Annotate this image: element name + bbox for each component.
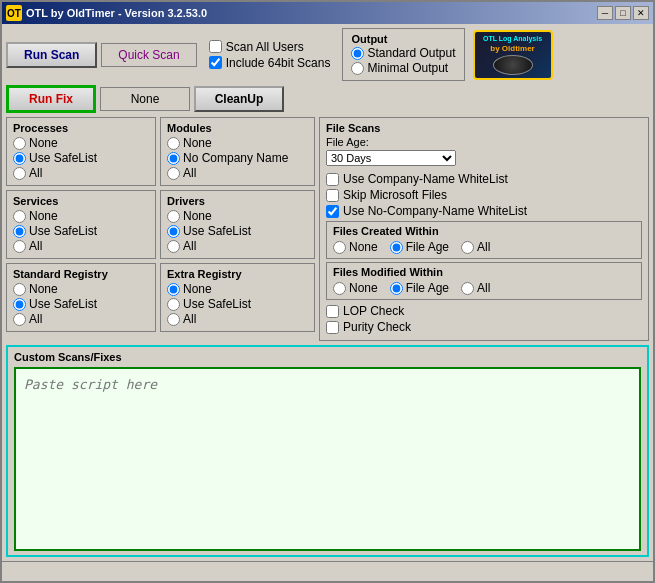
left-panels: Processes None Use SafeList All Services… — [6, 117, 156, 341]
cleanup-button[interactable]: CleanUp — [194, 86, 284, 112]
sreg-all-label: All — [29, 312, 42, 326]
include-64bit-checkbox[interactable] — [209, 56, 222, 69]
main-content: Run Scan Quick Scan Scan All Users Inclu… — [2, 24, 653, 561]
standard-output-label: Standard Output — [367, 46, 455, 60]
include-64bit-row: Include 64bit Scans — [209, 56, 331, 70]
services-none-label: None — [29, 209, 58, 223]
extra-registry-panel: Extra Registry None Use SafeList All — [160, 263, 315, 332]
file-age-select[interactable]: 30 Days — [326, 150, 456, 166]
toolbar-row-1: Run Scan Quick Scan Scan All Users Inclu… — [6, 28, 649, 81]
skip-microsoft-checkbox[interactable] — [326, 189, 339, 202]
main-window: OT OTL by OldTimer - Version 3.2.53.0 ─ … — [0, 0, 655, 583]
services-all-label: All — [29, 239, 42, 253]
processes-panel: Processes None Use SafeList All — [6, 117, 156, 186]
processes-all-label: All — [29, 166, 42, 180]
files-created-title: Files Created Within — [333, 225, 635, 237]
mod-none-label: None — [183, 136, 212, 150]
middle-panels: Modules None No Company Name All Drivers… — [160, 117, 315, 341]
processes-none-label: None — [29, 136, 58, 150]
script-textarea[interactable] — [14, 367, 641, 551]
drv-all-label: All — [183, 239, 196, 253]
processes-safelist-label: Use SafeList — [29, 151, 97, 165]
files-modified-title: Files Modified Within — [333, 266, 635, 278]
file-age-label: File Age: — [326, 136, 642, 148]
files-modified-options: None File Age All — [333, 280, 635, 296]
ereg-safelist-label: Use SafeList — [183, 297, 251, 311]
standard-output-radio[interactable] — [351, 47, 364, 60]
files-created-group: Files Created Within None File Age All — [326, 221, 642, 259]
standard-output-row: Standard Output — [351, 46, 455, 60]
scan-all-users-checkbox[interactable] — [209, 40, 222, 53]
fm-all-label: All — [477, 281, 490, 295]
extra-registry-title: Extra Registry — [167, 268, 308, 280]
purity-check-checkbox[interactable] — [326, 321, 339, 334]
ereg-all-label: All — [183, 312, 196, 326]
title-bar: OT OTL by OldTimer - Version 3.2.53.0 ─ … — [2, 2, 653, 24]
no-company-whitelist-checkbox[interactable] — [326, 205, 339, 218]
maximize-button[interactable]: □ — [615, 6, 631, 20]
output-title: Output — [351, 33, 455, 45]
include-64bit-label: Include 64bit Scans — [226, 56, 331, 70]
fm-fileage-label: File Age — [406, 281, 449, 295]
minimal-output-row: Minimal Output — [351, 61, 455, 75]
sreg-safelist-label: Use SafeList — [29, 297, 97, 311]
otl-logo: OTL Log Analysis by Oldtimer — [473, 30, 553, 80]
custom-scans-title: Custom Scans/Fixes — [14, 351, 641, 363]
fc-fileage-label: File Age — [406, 240, 449, 254]
company-whitelist-label: Use Company-Name WhiteList — [343, 172, 508, 186]
drivers-panel: Drivers None Use SafeList All — [160, 190, 315, 259]
minimal-output-radio[interactable] — [351, 62, 364, 75]
custom-scans-group: Custom Scans/Fixes — [6, 345, 649, 557]
drv-safelist-label: Use SafeList — [183, 224, 251, 238]
scan-all-users-row: Scan All Users — [209, 40, 331, 54]
toolbar-row-2: Run Fix None CleanUp — [6, 85, 649, 113]
modules-panel: Modules None No Company Name All — [160, 117, 315, 186]
scan-options: Scan All Users Include 64bit Scans — [209, 40, 331, 70]
output-group: Output Standard Output Minimal Output — [342, 28, 464, 81]
none-button[interactable]: None — [100, 87, 190, 111]
scan-all-users-label: Scan All Users — [226, 40, 304, 54]
minimize-button[interactable]: ─ — [597, 6, 613, 20]
fm-none-label: None — [349, 281, 378, 295]
run-scan-button[interactable]: Run Scan — [6, 42, 97, 68]
right-panels: File Scans File Age: 30 Days Use Company… — [319, 117, 649, 341]
modules-title: Modules — [167, 122, 308, 134]
lop-check-checkbox[interactable] — [326, 305, 339, 318]
app-icon: OT — [6, 5, 22, 21]
fc-all-label: All — [477, 240, 490, 254]
files-created-options: None File Age All — [333, 239, 635, 255]
lop-check-label: LOP Check — [343, 304, 404, 318]
bottom-bar — [2, 561, 653, 581]
quick-scan-button[interactable]: Quick Scan — [101, 43, 196, 67]
ereg-none-label: None — [183, 282, 212, 296]
no-company-whitelist-label: Use No-Company-Name WhiteList — [343, 204, 527, 218]
files-modified-group: Files Modified Within None File Age All — [326, 262, 642, 300]
sreg-none-label: None — [29, 282, 58, 296]
window-title: OTL by OldTimer - Version 3.2.53.0 — [26, 7, 207, 19]
minimal-output-label: Minimal Output — [367, 61, 448, 75]
panels-row: Processes None Use SafeList All Services… — [6, 117, 649, 341]
file-scans-panel: File Scans File Age: 30 Days Use Company… — [319, 117, 649, 341]
standard-registry-title: Standard Registry — [13, 268, 149, 280]
mod-nocompany-label: No Company Name — [183, 151, 288, 165]
textarea-wrapper — [14, 367, 641, 551]
services-safelist-label: Use SafeList — [29, 224, 97, 238]
standard-registry-panel: Standard Registry None Use SafeList All — [6, 263, 156, 332]
logo-line1: OTL Log Analysis — [483, 35, 542, 42]
run-fix-button[interactable]: Run Fix — [6, 85, 96, 113]
skip-microsoft-label: Skip Microsoft Files — [343, 188, 447, 202]
services-title: Services — [13, 195, 149, 207]
purity-check-label: Purity Check — [343, 320, 411, 334]
drv-none-label: None — [183, 209, 212, 223]
window-controls: ─ □ ✕ — [597, 6, 649, 20]
fc-none-label: None — [349, 240, 378, 254]
mod-all-label: All — [183, 166, 196, 180]
company-whitelist-checkbox[interactable] — [326, 173, 339, 186]
processes-title: Processes — [13, 122, 149, 134]
services-panel: Services None Use SafeList All — [6, 190, 156, 259]
file-scans-title: File Scans — [326, 122, 642, 134]
close-button[interactable]: ✕ — [633, 6, 649, 20]
logo-line2: by Oldtimer — [490, 44, 534, 53]
drivers-title: Drivers — [167, 195, 308, 207]
